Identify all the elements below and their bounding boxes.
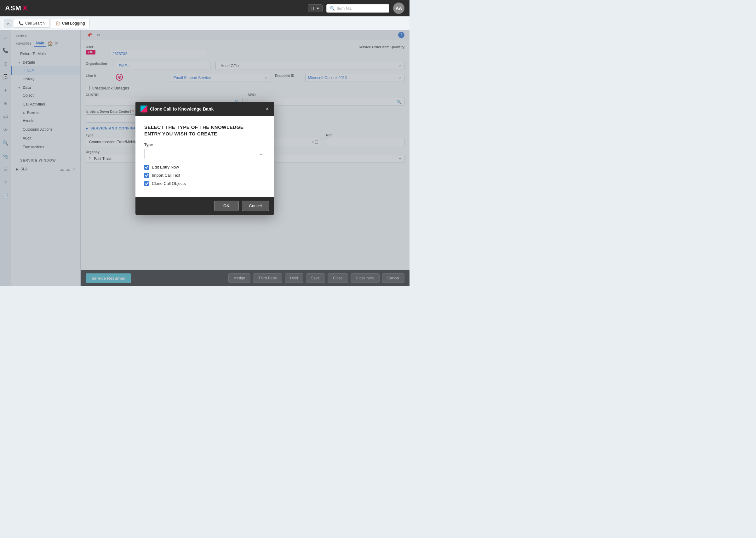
modal-title-text: Clone Call to Knowledge Bank [150,106,214,112]
it-label: IT [311,6,315,11]
import-call-text-checkbox[interactable] [144,173,149,178]
modal-checkbox-clone-call-objects: Clone Call Objects [144,181,265,186]
search-box[interactable]: 🔍 Item No. [326,4,389,13]
modal-type-select-wrapper: ≡ [144,149,265,159]
modal-header: Clone Call to Knowledge Bank × [135,102,274,116]
edit-entry-checkbox[interactable] [144,165,149,170]
clone-call-objects-label: Clone Call Objects [152,181,186,186]
topbar: ASM X IT ▾ 🔍 Item No. AA [0,0,409,16]
topbar-right: IT ▾ 🔍 Item No. AA [308,3,405,14]
tab-call-logging[interactable]: 📋 Call Logging [51,19,90,28]
import-call-text-label: Import Call Text [152,173,180,178]
modal-cancel-button[interactable]: Cancel [242,201,269,211]
clone-call-objects-checkbox[interactable] [144,181,149,186]
modal-footer: OK Cancel [135,197,274,215]
modal-logo-icon [140,106,147,112]
modal-title: Clone Call to Knowledge Bank [140,106,214,112]
modal-type-label: Type [144,143,265,147]
logo: ASM X [5,4,27,12]
tabbar: ‹‹ 📞 Call Search 📋 Call Logging [0,16,409,30]
modal-overlay: Clone Call to Knowledge Bank × SELECT TH… [0,30,409,286]
modal-heading: SELECT THE TYPE OF THE KNOWLEDGE ENTRY Y… [144,124,265,137]
modal-ok-button[interactable]: OK [214,201,239,211]
logo-x: X [23,4,27,12]
search-icon: 🔍 [330,6,335,11]
modal-close-button[interactable]: × [266,106,269,112]
modal-body: SELECT THE TYPE OF THE KNOWLEDGE ENTRY Y… [135,116,274,197]
modal-checkbox-import-call-text: Import Call Text [144,173,265,178]
modal: Clone Call to Knowledge Bank × SELECT TH… [135,102,274,215]
it-dropdown[interactable]: IT ▾ [308,4,323,12]
avatar: AA [393,3,405,14]
tab-call-logging-label: Call Logging [62,21,85,26]
call-logging-icon: 📋 [55,21,60,26]
search-placeholder: Item No. [337,6,352,11]
dropdown-arrow-icon: ▾ [317,6,319,11]
modal-heading-line1: SELECT THE TYPE OF THE KNOWLEDGE [144,125,243,130]
modal-heading-line2: ENTRY YOU WISH TO CREATE [144,131,217,136]
call-search-icon: 📞 [19,21,23,26]
nav-back-button[interactable]: ‹‹ [4,19,13,28]
logo-text: ASM [5,4,22,12]
edit-entry-label: Edit Entry Now [152,165,179,170]
tab-call-search-label: Call Search [25,21,45,26]
main-layout: » 📞 ◎ 💬 ＋ ⊞ 🏷 👁 🔍 📎 ☰ ？ 📄 LINKS Favorite… [0,30,409,286]
modal-checkbox-edit-entry: Edit Entry Now [144,165,265,170]
modal-type-select[interactable] [144,149,265,159]
tab-call-search[interactable]: 📞 Call Search [14,19,49,28]
